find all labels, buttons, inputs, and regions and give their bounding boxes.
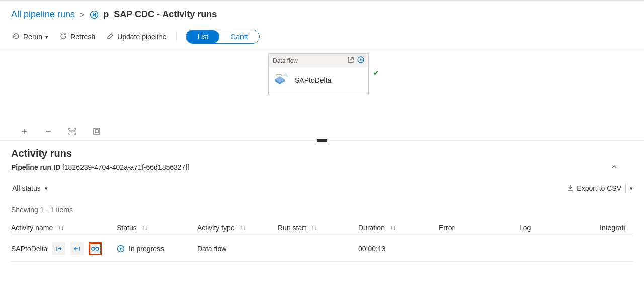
run-id-value: f1826239-4704-402a-a71f-66d1856327ff	[62, 163, 189, 171]
dataflow-icon	[274, 72, 289, 88]
rerun-icon	[12, 32, 20, 42]
activity-run-icon[interactable]	[357, 56, 364, 65]
svg-point-5	[92, 247, 95, 250]
canvas-controls: 100%	[19, 126, 102, 136]
cell-activity-type: Data flow	[197, 245, 278, 253]
th-activity-type[interactable]: Activity type ↑↓	[197, 224, 278, 232]
svg-text:100%: 100%	[69, 130, 76, 133]
chevron-down-icon: ▾	[45, 185, 48, 192]
toolbar: Rerun ▾ Refresh Update pipeline List Gan…	[0, 24, 644, 50]
view-gantt-button[interactable]: Gantt	[219, 30, 259, 43]
breadcrumb-current: p_SAP CDC - Activity runs	[89, 9, 217, 20]
th-label: Activity type	[197, 224, 235, 232]
zoom-reset-button[interactable]	[92, 126, 102, 136]
th-log[interactable]: Log	[519, 224, 600, 232]
panel-title: Activity runs	[11, 148, 633, 159]
svg-rect-4	[95, 130, 98, 133]
rerun-button[interactable]: Rerun ▾	[11, 30, 49, 44]
th-label: Activity name	[11, 224, 53, 232]
th-label: Duration	[358, 224, 385, 232]
chevron-down-icon: ▾	[45, 34, 48, 40]
row-output-icon[interactable]	[70, 242, 84, 255]
activity-runs-table: Activity name ↑↓ Status ↑↓ Activity type…	[11, 220, 633, 262]
zoom-fit-button[interactable]: 100%	[67, 126, 77, 136]
download-icon	[567, 184, 574, 193]
activity-node-header: Data flow	[269, 54, 368, 67]
pencil-icon	[106, 32, 114, 42]
chevron-down-icon: ▾	[630, 185, 633, 192]
activity-node[interactable]: Data flow SAPtoDelta	[268, 53, 369, 95]
breadcrumb-separator: >	[80, 11, 84, 19]
th-label: Log	[519, 224, 531, 232]
refresh-label: Refresh	[70, 33, 95, 41]
open-external-icon[interactable]	[347, 56, 354, 65]
breadcrumb: All pipeline runs > p_SAP CDC - Activity…	[0, 0, 644, 24]
sort-icon: ↑↓	[240, 224, 246, 231]
cell-duration: 00:00:13	[358, 245, 439, 253]
th-label: Error	[439, 224, 454, 232]
status-filter-dropdown[interactable]: All status ▾	[11, 182, 49, 194]
export-csv-button[interactable]: Export to CSV	[567, 184, 621, 193]
row-details-glasses-icon[interactable]	[89, 242, 102, 255]
refresh-icon	[59, 32, 67, 42]
splitter-handle[interactable]	[317, 139, 327, 142]
result-count: Showing 1 - 1 items	[11, 206, 633, 214]
activity-runs-panel: Activity runs Pipeline run ID f1826239-4…	[0, 141, 644, 269]
row-input-icon[interactable]	[52, 242, 65, 255]
activity-status-success-icon: ✔	[373, 69, 379, 77]
zoom-in-button[interactable]	[19, 126, 29, 136]
toolbar-divider	[176, 31, 177, 42]
collapse-panel-button[interactable]	[611, 163, 618, 172]
cell-status: In progress	[129, 245, 164, 253]
export-csv-label: Export to CSV	[577, 184, 621, 192]
export-divider	[625, 184, 626, 193]
export-more-button[interactable]: ▾	[630, 185, 633, 192]
sort-icon: ↑↓	[58, 224, 64, 231]
table-header: Activity name ↑↓ Status ↑↓ Activity type…	[11, 220, 633, 236]
th-error[interactable]: Error	[439, 224, 519, 232]
pipeline-icon	[89, 10, 99, 20]
th-label: Status	[117, 224, 137, 232]
canvas[interactable]: Data flow SAPtoDelta	[0, 50, 644, 141]
th-label: Integrati	[600, 224, 625, 232]
status-filter-label: All status	[12, 184, 41, 192]
th-duration[interactable]: Duration ↑↓	[358, 224, 439, 232]
cell-activity-name: SAPtoDelta	[11, 245, 47, 253]
activity-node-type: Data flow	[273, 57, 298, 64]
th-activity-name[interactable]: Activity name ↑↓	[11, 224, 117, 232]
in-progress-spinner-icon	[117, 245, 125, 253]
zoom-out-button[interactable]	[43, 126, 53, 136]
refresh-button[interactable]: Refresh	[58, 30, 96, 44]
sort-icon: ↑↓	[390, 224, 396, 231]
pipeline-run-id: Pipeline run ID f1826239-4704-402a-a71f-…	[11, 163, 633, 171]
th-status[interactable]: Status ↑↓	[117, 224, 197, 232]
th-label: Run start	[278, 224, 306, 232]
sort-icon: ↑↓	[142, 224, 148, 231]
svg-point-6	[96, 247, 99, 250]
th-run-start[interactable]: Run start ↑↓	[278, 224, 358, 232]
update-pipeline-label: Update pipeline	[117, 33, 166, 41]
view-toggle: List Gantt	[186, 30, 259, 44]
run-id-label: Pipeline run ID	[11, 163, 60, 171]
svg-rect-3	[94, 128, 100, 134]
rerun-label: Rerun	[23, 33, 42, 41]
breadcrumb-current-label: p_SAP CDC - Activity runs	[103, 9, 217, 20]
view-list-button[interactable]: List	[186, 30, 219, 43]
activity-node-body: SAPtoDelta	[269, 67, 368, 95]
update-pipeline-button[interactable]: Update pipeline	[105, 30, 167, 44]
breadcrumb-root-link[interactable]: All pipeline runs	[11, 9, 75, 20]
activity-node-name: SAPtoDelta	[295, 76, 331, 84]
sort-icon: ↑↓	[311, 224, 317, 231]
th-integration[interactable]: Integrati	[600, 224, 644, 232]
table-row: SAPtoDelta In progress Data flow 00:	[11, 236, 633, 262]
